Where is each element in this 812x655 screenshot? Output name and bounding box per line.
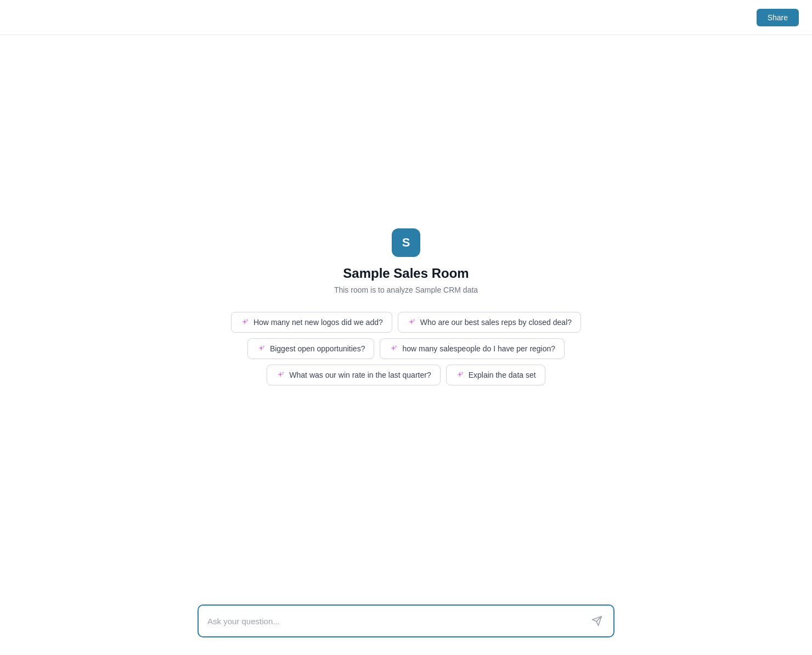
sparkle-icon-2 [407,318,416,327]
share-button[interactable]: Share [757,9,799,26]
suggestion-chip-2[interactable]: Who are our best sales reps by closed de… [398,312,581,333]
sparkle-icon-5 [276,371,285,379]
suggestion-chip-6[interactable]: Explain the data set [446,365,545,385]
bottom-input-bar [198,604,614,637]
room-title: Sample Sales Room [343,266,469,281]
input-container [198,604,614,637]
suggestion-chip-4[interactable]: how many salespeople do I have per regio… [380,338,565,359]
header: Share [0,0,812,35]
room-subtitle: This room is to analyze Sample CRM data [334,285,478,294]
suggestions-row-1: How many net new logos did we add? Who a… [231,312,581,333]
send-button[interactable] [589,613,605,629]
sparkle-icon-4 [389,344,398,353]
send-icon [591,615,602,626]
chip-6-label: Explain the data set [469,371,536,379]
chip-3-label: Biggest open opportunities? [270,344,365,353]
question-input[interactable] [207,617,589,626]
main-content: S Sample Sales Room This room is to anal… [0,35,812,600]
suggestions-row-3: What was our win rate in the last quarte… [267,365,545,385]
suggestions-container: How many net new logos did we add? Who a… [231,312,581,385]
room-icon: S [392,228,420,257]
chip-1-label: How many net new logos did we add? [253,318,383,327]
sparkle-icon-3 [257,344,266,353]
chip-4-label: how many salespeople do I have per regio… [402,344,555,353]
suggestion-chip-5[interactable]: What was our win rate in the last quarte… [267,365,440,385]
sparkle-icon-6 [455,371,464,379]
suggestion-chip-3[interactable]: Biggest open opportunities? [247,338,375,359]
suggestions-row-2: Biggest open opportunities? how many sal… [247,338,565,359]
sparkle-icon [240,318,249,327]
suggestion-chip-1[interactable]: How many net new logos did we add? [231,312,392,333]
room-icon-letter: S [402,236,410,250]
chip-5-label: What was our win rate in the last quarte… [289,371,431,379]
chip-2-label: Who are our best sales reps by closed de… [420,318,572,327]
